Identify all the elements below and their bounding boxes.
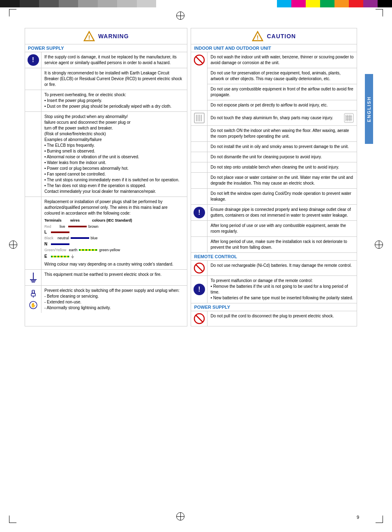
wiring-N-label: N xyxy=(44,241,184,247)
wire-earth-bar xyxy=(79,249,97,251)
fin-detail-icon xyxy=(344,113,354,123)
caution-row-batteries: Do not use rechargeable (Ni-Cd) batterie… xyxy=(191,261,357,276)
caution-row-wax: Do not switch ON the indoor unit when wa… xyxy=(191,126,357,142)
wiring-col-colours: colours (IEC Standard) xyxy=(92,218,132,223)
crop-mark-tr-h xyxy=(376,9,383,9)
warning-title: WARNING xyxy=(98,33,129,39)
warning-text-6: This equipment must be earthed to preven… xyxy=(42,270,187,285)
color-bars xyxy=(0,0,392,7)
wiring-row-e-label: Green/Yellow earth green-yellow xyxy=(44,247,184,253)
svg-line-31 xyxy=(196,264,203,272)
caution-no-icon-aerate xyxy=(191,221,208,236)
warning-text-5: Replacement or installation of power plu… xyxy=(42,197,187,269)
caution-row-pull: Do not pull the cord to disconnect the p… xyxy=(191,311,357,326)
no-icon-pull xyxy=(194,313,205,324)
warning-icon-7: ✋ xyxy=(25,286,42,313)
svg-text:!: ! xyxy=(257,34,259,41)
caution-triangle-icon: ! xyxy=(252,31,263,42)
caution-text-pull: Do not pull the cord to disconnect the p… xyxy=(208,311,357,326)
warning-row-1: ! If the supply cord is damage, it must … xyxy=(25,52,187,68)
warning-icon-1: ! xyxy=(25,52,42,68)
warning-icon-2 xyxy=(25,68,42,90)
svg-line-16 xyxy=(196,56,203,64)
caution-text-batteries: Do not use rechargeable (Ni-Cd) batterie… xyxy=(208,261,357,275)
caution-text-1b: Do not use for preservation of precise e… xyxy=(208,68,357,84)
wiring-table: Terminals wires colours (IEC Standard) R… xyxy=(44,218,184,260)
caution-row-vase: Do not place vase or water container on … xyxy=(191,173,357,189)
caution-no-icon-1 xyxy=(191,52,208,110)
wire-neutral-bar xyxy=(71,237,89,239)
caution-no-icon-window xyxy=(191,189,208,204)
caution-text-oily: Do not install the unit in oily and smok… xyxy=(208,142,357,152)
caution-texts-group-1: Do not wash the indoor unit with water, … xyxy=(208,52,357,110)
wiring-row-l: Red live brown xyxy=(44,224,184,229)
warning-text-3: To prevent overheating, fire or electric… xyxy=(42,90,187,111)
svg-rect-17 xyxy=(194,113,204,123)
reg-mark-top xyxy=(176,12,184,20)
caution-no-icon-vase xyxy=(191,173,208,188)
caution-row-aerate: After long period of use or use with any… xyxy=(191,221,357,237)
no-icon-1 xyxy=(194,54,205,66)
svg-rect-7 xyxy=(31,294,35,296)
caution-text-vase: Do not place vase or water container on … xyxy=(208,173,357,188)
caution-danger-icon-drainage: ! xyxy=(191,205,208,220)
caution-row-malfunction: ! To prevent malfunction or damage of th… xyxy=(191,276,357,303)
crop-mark-br-h xyxy=(376,523,383,523)
caution-no-icon-rack xyxy=(191,237,208,252)
caution-text-1c: Do not use any combustible equipment in … xyxy=(208,84,357,100)
caution-row-fin: Do not touch the sharp aluminium fin, sh… xyxy=(191,111,357,126)
caution-text-1d: Do not expose plants or pet directly to … xyxy=(208,100,357,110)
caution-text-window: Do not left the window open during Cool/… xyxy=(208,189,357,204)
warning-triangle-icon: ! xyxy=(83,31,95,42)
warning-text-1: If the supply cord is damage, it must be… xyxy=(42,52,187,68)
fin-icon xyxy=(194,112,205,124)
english-label: ENGLISH xyxy=(367,96,371,122)
crop-mark-tl-v xyxy=(9,9,9,16)
warning-icon-3 xyxy=(25,90,42,111)
caution-text-rack: After long period of use, make sure the … xyxy=(208,237,357,252)
warning-icon-4 xyxy=(25,112,42,197)
wiring-row-n: Black neutral blue xyxy=(44,236,184,241)
warning-row-4: Stop using the product when any abnormal… xyxy=(25,112,187,197)
caution-no-icon-step xyxy=(191,162,208,172)
reg-mark-left xyxy=(9,241,17,249)
warning-row-2: It is strongly recommended to be install… xyxy=(25,68,187,90)
wiring-E-label: E ⏚ xyxy=(44,253,184,260)
danger-icon-1: ! xyxy=(28,54,39,66)
no-icon-batteries xyxy=(194,262,205,274)
page-number: 9 xyxy=(357,515,359,520)
reg-mark-bottom xyxy=(176,512,184,520)
wiring-col-terminals: Terminals xyxy=(44,218,67,223)
caution-indoor-header: INDOOR UNIT AND OUTDOOR UNIT xyxy=(191,44,357,52)
caution-row-drainage: ! Ensure drainage pipe is connected prop… xyxy=(191,205,357,221)
crop-mark-tr-v xyxy=(383,9,383,16)
svg-text:✋: ✋ xyxy=(30,302,36,308)
caution-row-window: Do not left the window open during Cool/… xyxy=(191,189,357,205)
caution-text-1a: Do not wash the indoor unit with water, … xyxy=(208,52,357,68)
wiring-col-wires: wires xyxy=(70,218,89,223)
ground-symbol: ⏚ xyxy=(71,253,74,260)
warning-row-7: ✋ Prevent electric shock by switching of… xyxy=(25,286,187,313)
reg-mark-right xyxy=(375,241,383,249)
caution-panel: ! CAUTION INDOOR UNIT AND OUTDOOR UNIT D… xyxy=(191,28,357,326)
svg-line-33 xyxy=(196,315,203,322)
caution-power-header: POWER SUPPLY xyxy=(191,303,357,311)
crop-mark-bl-v xyxy=(9,516,9,523)
warning-text-7: Prevent electric shock by switching off … xyxy=(42,286,187,313)
caution-text-dismantle: Do not dismantle the unit for cleaning p… xyxy=(208,152,357,162)
main-layout: ! WARNING POWER SUPPLY ! If the supply c… xyxy=(25,28,364,326)
caution-remote-header: REMOTE CONTROL xyxy=(191,253,357,261)
caution-row-rack: After long period of use, make sure the … xyxy=(191,237,357,253)
caution-no-icon-dismantle xyxy=(191,152,208,162)
hand-icon: ✋ xyxy=(29,301,38,310)
caution-no-icon-batteries xyxy=(191,261,208,275)
caution-row-dismantle: Do not dismantle the unit for cleaning p… xyxy=(191,152,357,162)
caution-text-step: Do not step onto unstable bench when cle… xyxy=(208,162,357,172)
caution-text-wax: Do not switch ON the indoor unit when wa… xyxy=(208,126,357,141)
warning-icon-5 xyxy=(25,197,42,269)
svg-text:!: ! xyxy=(88,34,90,41)
warning-power-supply-header: POWER SUPPLY xyxy=(25,44,187,52)
wiring-footer: Wiring colour may vary depending on a co… xyxy=(44,261,184,267)
caution-text-aerate: After long period of use or use with any… xyxy=(208,221,357,236)
page-content: ! WARNING POWER SUPPLY ! If the supply c… xyxy=(25,28,364,511)
